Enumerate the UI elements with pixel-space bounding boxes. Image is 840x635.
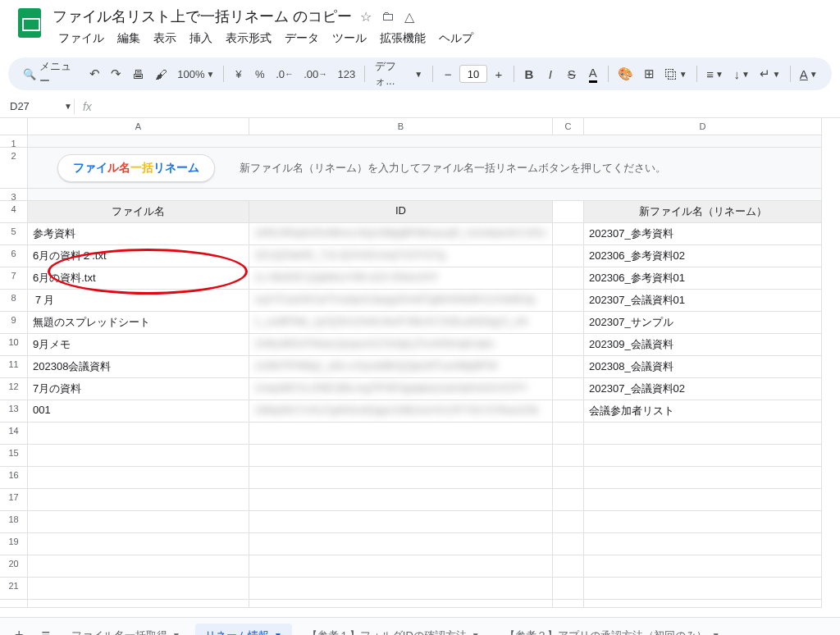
col-header-A[interactable]: A — [28, 118, 249, 135]
cell-C19[interactable] — [553, 533, 584, 555]
fill-color-button[interactable]: 🎨 — [614, 63, 638, 85]
cell-B10[interactable]: 1h9aJi8SJi7kbau2pupuA1CNJqtLjTumK8mqkUqk… — [249, 334, 553, 356]
cell-B5[interactable]: 10R23RiqN25r4MnvLNQn3MjqBF8tKasrqR_h2mit… — [249, 223, 553, 245]
menu-data[interactable]: データ — [279, 28, 325, 49]
wrap-button[interactable]: ↵▼ — [756, 63, 784, 85]
borders-button[interactable]: ⊞ — [640, 63, 660, 85]
menu-file[interactable]: ファイル — [52, 28, 110, 49]
header-filename[interactable]: ファイル名 — [28, 201, 249, 223]
increase-decimal-button[interactable]: .00→ — [299, 63, 331, 85]
cell-B11[interactable]: 1iJWt7PHMq2_a5s-oYjscteBhQ2jaLWTusrMtpBF… — [249, 356, 553, 378]
header-id[interactable]: ID — [249, 201, 553, 223]
cell-B14[interactable] — [249, 423, 553, 445]
cell-D12[interactable]: 202307_会議資料02 — [584, 378, 822, 400]
cell-A13[interactable]: 001 — [28, 400, 249, 423]
cell-D14[interactable] — [584, 423, 822, 445]
merged-top[interactable] — [28, 135, 822, 148]
row-header-10[interactable]: 10 — [0, 334, 28, 356]
cell-A7[interactable]: 6月の資料.txt — [28, 267, 249, 290]
cell-C9[interactable] — [553, 312, 584, 334]
name-box[interactable]: D27 — [5, 98, 62, 114]
redo-button[interactable]: ↷ — [107, 63, 126, 85]
row-header-4[interactable]: 4 — [0, 201, 28, 223]
cell-A17[interactable] — [28, 489, 249, 511]
cell-D7[interactable]: 202306_参考資料01 — [584, 267, 822, 290]
cell-C13[interactable] — [553, 400, 584, 423]
cell-D6[interactable]: 202306_参考資料02 — [584, 245, 822, 267]
cell-D17[interactable] — [584, 489, 822, 511]
cell-C16[interactable] — [553, 467, 584, 489]
move-icon[interactable]: 🗀 — [381, 9, 395, 25]
cell-D13[interactable]: 会議参加者リスト — [584, 400, 822, 423]
row-header-21[interactable]: 21 — [0, 578, 28, 600]
menu-edit[interactable]: 編集 — [112, 28, 146, 49]
spreadsheet-grid[interactable]: ABCD12ファイル名一括リネーム新ファイル名（リネーム）を入力してファイル名一… — [0, 118, 840, 617]
cell-D10[interactable]: 202309_会議資料 — [584, 334, 822, 356]
cell-A8[interactable]: ７月 — [28, 290, 249, 312]
cell-A20[interactable] — [28, 555, 249, 578]
row-header-14[interactable]: 14 — [0, 423, 28, 445]
menu-extensions[interactable]: 拡張機能 — [374, 28, 431, 49]
currency-button[interactable]: ¥ — [229, 63, 249, 85]
row-header-3[interactable]: 3 — [0, 189, 28, 201]
cell-D20[interactable] — [584, 555, 822, 578]
row-header-8[interactable]: 8 — [0, 290, 28, 312]
font-size-increase[interactable]: + — [489, 63, 509, 85]
cell-C6[interactable] — [553, 245, 584, 267]
cell-A18[interactable] — [28, 511, 249, 533]
cell-C10[interactable] — [553, 334, 584, 356]
bold-button[interactable]: B — [519, 63, 539, 85]
row-header-9[interactable]: 9 — [0, 312, 28, 334]
cell-D18[interactable] — [584, 511, 822, 533]
text-color-button[interactable]: A — [583, 63, 603, 85]
zoom-dropdown[interactable]: 100%▼ — [174, 63, 218, 85]
menu-insert[interactable]: 挿入 — [184, 28, 218, 49]
row-header-20[interactable]: 20 — [0, 555, 28, 578]
font-size-input[interactable]: 10 — [459, 65, 487, 83]
cell-B19[interactable] — [249, 533, 553, 555]
sheet-tab-1[interactable]: リネーム情報▼ — [195, 624, 292, 636]
sheet-tab-2[interactable]: 【参考１】フォルダIDの確認方法▼ — [297, 624, 490, 636]
row-header-16[interactable]: 16 — [0, 467, 28, 489]
cell-partial-2[interactable] — [553, 600, 584, 608]
all-sheets-button[interactable]: ≡ — [35, 624, 57, 635]
cell-C15[interactable] — [553, 445, 584, 467]
cell-D15[interactable] — [584, 445, 822, 467]
cell-C18[interactable] — [553, 511, 584, 533]
menu-format[interactable]: 表示形式 — [220, 28, 277, 49]
italic-button[interactable]: I — [541, 63, 560, 85]
number-format-button[interactable]: 123 — [333, 63, 359, 85]
cell-C12[interactable] — [553, 378, 584, 400]
cell-A14[interactable] — [28, 423, 249, 445]
cell-D16[interactable] — [584, 467, 822, 489]
cell-B17[interactable] — [249, 489, 553, 511]
row-header-18[interactable]: 18 — [0, 511, 28, 533]
menu-view[interactable]: 表示 — [148, 28, 182, 49]
sheet-tab-0[interactable]: ファイル名一括取得▼ — [62, 624, 190, 636]
cell-B20[interactable] — [249, 555, 553, 578]
row-header-13[interactable]: 13 — [0, 400, 28, 423]
cell-D5[interactable]: 202307_参考資料 — [584, 223, 822, 245]
more-button[interactable]: A▼ — [796, 63, 823, 85]
cell-B12[interactable]: 1mqoMt7cLONE1BtLmg7PHEXjpdpka1ste3aHrdJU… — [249, 378, 553, 400]
instruction-row[interactable]: ファイル名一括リネーム新ファイル名（リネーム）を入力してファイル名一括リネームボ… — [28, 148, 822, 189]
cell-C21[interactable] — [553, 578, 584, 600]
row-header-15[interactable]: 15 — [0, 445, 28, 467]
font-dropdown[interactable]: デフォ...▼ — [370, 63, 427, 85]
cell-C8[interactable] — [553, 290, 584, 312]
cell-C20[interactable] — [553, 555, 584, 578]
row-header-5[interactable]: 5 — [0, 223, 28, 245]
cell-D19[interactable] — [584, 533, 822, 555]
cell-A5[interactable]: 参考資料 — [28, 223, 249, 245]
valign-button[interactable]: ↓▼ — [729, 63, 754, 85]
cell-B18[interactable] — [249, 511, 553, 533]
cell-B8[interactable]: 1qX7CashIICarTrna4yAIJaogsDmtitTgMnHhk8l… — [249, 290, 553, 312]
cell-D9[interactable]: 202307_サンプル — [584, 312, 822, 334]
undo-button[interactable]: ↶ — [84, 63, 104, 85]
merged-bottom[interactable] — [28, 189, 822, 201]
cell-D21[interactable] — [584, 578, 822, 600]
row-header-2[interactable]: 2 — [0, 148, 28, 189]
row-header-22[interactable] — [0, 600, 28, 608]
menu-help[interactable]: ヘルプ — [433, 28, 479, 49]
namebox-dropdown-icon[interactable]: ▼ — [64, 102, 72, 111]
